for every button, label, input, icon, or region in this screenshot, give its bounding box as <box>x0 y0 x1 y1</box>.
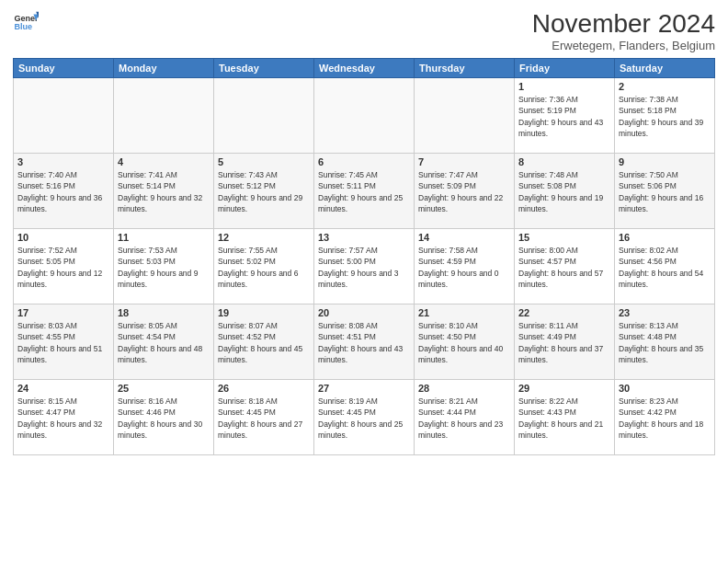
calendar-cell-w3-d5: 15Sunrise: 8:00 AM Sunset: 4:57 PM Dayli… <box>515 229 615 304</box>
calendar-cell-w5-d1: 25Sunrise: 8:16 AM Sunset: 4:46 PM Dayli… <box>114 380 214 455</box>
day-info: Sunrise: 7:58 AM Sunset: 4:59 PM Dayligh… <box>418 245 510 290</box>
calendar-cell-w1-d0 <box>14 78 114 154</box>
calendar-cell-w2-d5: 8Sunrise: 7:48 AM Sunset: 5:08 PM Daylig… <box>515 154 615 229</box>
day-number: 29 <box>518 383 610 394</box>
calendar-cell-w1-d5: 1Sunrise: 7:36 AM Sunset: 5:19 PM Daylig… <box>515 78 615 154</box>
day-info: Sunrise: 8:16 AM Sunset: 4:46 PM Dayligh… <box>118 396 210 441</box>
title-section: November 2024 Erwetegem, Flanders, Belgi… <box>532 9 715 52</box>
header-thursday: Thursday <box>415 59 515 78</box>
day-info: Sunrise: 7:47 AM Sunset: 5:09 PM Dayligh… <box>418 169 510 214</box>
day-number: 7 <box>418 156 510 167</box>
day-info: Sunrise: 7:48 AM Sunset: 5:08 PM Dayligh… <box>518 169 610 214</box>
day-info: Sunrise: 7:53 AM Sunset: 5:03 PM Dayligh… <box>118 245 210 290</box>
day-info: Sunrise: 7:41 AM Sunset: 5:14 PM Dayligh… <box>118 169 210 214</box>
calendar-cell-w4-d0: 17Sunrise: 8:03 AM Sunset: 4:55 PM Dayli… <box>14 304 114 380</box>
day-info: Sunrise: 7:52 AM Sunset: 5:05 PM Dayligh… <box>17 245 109 290</box>
calendar-cell-w4-d1: 18Sunrise: 8:05 AM Sunset: 4:54 PM Dayli… <box>114 304 214 380</box>
day-info: Sunrise: 8:10 AM Sunset: 4:50 PM Dayligh… <box>418 320 510 365</box>
day-info: Sunrise: 7:40 AM Sunset: 5:16 PM Dayligh… <box>17 169 109 214</box>
calendar-cell-w2-d3: 6Sunrise: 7:45 AM Sunset: 5:11 PM Daylig… <box>314 154 415 229</box>
day-number: 1 <box>518 81 610 92</box>
day-number: 19 <box>218 307 310 318</box>
day-number: 26 <box>218 383 310 394</box>
day-info: Sunrise: 8:00 AM Sunset: 4:57 PM Dayligh… <box>518 245 610 290</box>
calendar-table: Sunday Monday Tuesday Wednesday Thursday… <box>13 58 715 455</box>
calendar-cell-w2-d1: 4Sunrise: 7:41 AM Sunset: 5:14 PM Daylig… <box>114 154 214 229</box>
day-info: Sunrise: 8:21 AM Sunset: 4:44 PM Dayligh… <box>418 396 510 441</box>
calendar-cell-w3-d1: 11Sunrise: 7:53 AM Sunset: 5:03 PM Dayli… <box>114 229 214 304</box>
page-container: General Blue November 2024 Erwetegem, Fl… <box>0 0 728 563</box>
calendar-cell-w3-d6: 16Sunrise: 8:02 AM Sunset: 4:56 PM Dayli… <box>615 229 715 304</box>
calendar-cell-w1-d2 <box>214 78 314 154</box>
calendar-cell-w3-d2: 12Sunrise: 7:55 AM Sunset: 5:02 PM Dayli… <box>214 229 314 304</box>
day-number: 13 <box>318 232 410 243</box>
calendar-cell-w2-d2: 5Sunrise: 7:43 AM Sunset: 5:12 PM Daylig… <box>214 154 314 229</box>
day-info: Sunrise: 7:57 AM Sunset: 5:00 PM Dayligh… <box>318 245 410 290</box>
calendar-cell-w2-d4: 7Sunrise: 7:47 AM Sunset: 5:09 PM Daylig… <box>415 154 515 229</box>
day-number: 30 <box>619 383 711 394</box>
calendar-header-row: Sunday Monday Tuesday Wednesday Thursday… <box>14 59 715 78</box>
day-number: 11 <box>118 232 210 243</box>
day-number: 23 <box>619 307 711 318</box>
calendar-cell-w1-d4 <box>415 78 515 154</box>
day-info: Sunrise: 7:36 AM Sunset: 5:19 PM Dayligh… <box>518 94 610 139</box>
header-friday: Friday <box>515 59 615 78</box>
day-number: 18 <box>118 307 210 318</box>
header-sunday: Sunday <box>14 59 114 78</box>
day-info: Sunrise: 8:19 AM Sunset: 4:45 PM Dayligh… <box>318 396 410 441</box>
calendar-cell-w3-d3: 13Sunrise: 7:57 AM Sunset: 5:00 PM Dayli… <box>314 229 415 304</box>
calendar-cell-w1-d3 <box>314 78 415 154</box>
calendar-week-1: 1Sunrise: 7:36 AM Sunset: 5:19 PM Daylig… <box>14 78 715 154</box>
day-number: 2 <box>619 81 711 92</box>
calendar-cell-w2-d6: 9Sunrise: 7:50 AM Sunset: 5:06 PM Daylig… <box>615 154 715 229</box>
day-number: 24 <box>17 383 109 394</box>
day-number: 4 <box>118 156 210 167</box>
calendar-cell-w1-d1 <box>114 78 214 154</box>
calendar-cell-w5-d2: 26Sunrise: 8:18 AM Sunset: 4:45 PM Dayli… <box>214 380 314 455</box>
calendar-week-5: 24Sunrise: 8:15 AM Sunset: 4:47 PM Dayli… <box>14 380 715 455</box>
logo: General Blue <box>13 9 39 35</box>
calendar-cell-w4-d5: 22Sunrise: 8:11 AM Sunset: 4:49 PM Dayli… <box>515 304 615 380</box>
calendar-week-3: 10Sunrise: 7:52 AM Sunset: 5:05 PM Dayli… <box>14 229 715 304</box>
calendar-cell-w3-d0: 10Sunrise: 7:52 AM Sunset: 5:05 PM Dayli… <box>14 229 114 304</box>
day-number: 6 <box>318 156 410 167</box>
day-info: Sunrise: 8:03 AM Sunset: 4:55 PM Dayligh… <box>17 320 109 365</box>
calendar-cell-w5-d3: 27Sunrise: 8:19 AM Sunset: 4:45 PM Dayli… <box>314 380 415 455</box>
day-number: 10 <box>17 232 109 243</box>
header-tuesday: Tuesday <box>214 59 314 78</box>
calendar-cell-w5-d4: 28Sunrise: 8:21 AM Sunset: 4:44 PM Dayli… <box>415 380 515 455</box>
day-number: 14 <box>418 232 510 243</box>
calendar-week-2: 3Sunrise: 7:40 AM Sunset: 5:16 PM Daylig… <box>14 154 715 229</box>
day-info: Sunrise: 7:50 AM Sunset: 5:06 PM Dayligh… <box>619 169 711 214</box>
day-info: Sunrise: 8:18 AM Sunset: 4:45 PM Dayligh… <box>218 396 310 441</box>
calendar-cell-w5-d0: 24Sunrise: 8:15 AM Sunset: 4:47 PM Dayli… <box>14 380 114 455</box>
day-info: Sunrise: 8:23 AM Sunset: 4:42 PM Dayligh… <box>619 396 711 441</box>
day-number: 9 <box>619 156 711 167</box>
subtitle: Erwetegem, Flanders, Belgium <box>532 39 715 52</box>
svg-text:Blue: Blue <box>14 22 32 31</box>
day-number: 12 <box>218 232 310 243</box>
day-info: Sunrise: 8:07 AM Sunset: 4:52 PM Dayligh… <box>218 320 310 365</box>
day-info: Sunrise: 8:15 AM Sunset: 4:47 PM Dayligh… <box>17 396 109 441</box>
calendar-cell-w5-d6: 30Sunrise: 8:23 AM Sunset: 4:42 PM Dayli… <box>615 380 715 455</box>
day-info: Sunrise: 8:22 AM Sunset: 4:43 PM Dayligh… <box>518 396 610 441</box>
calendar-cell-w2-d0: 3Sunrise: 7:40 AM Sunset: 5:16 PM Daylig… <box>14 154 114 229</box>
day-number: 16 <box>619 232 711 243</box>
day-info: Sunrise: 7:43 AM Sunset: 5:12 PM Dayligh… <box>218 169 310 214</box>
calendar-cell-w5-d5: 29Sunrise: 8:22 AM Sunset: 4:43 PM Dayli… <box>515 380 615 455</box>
day-info: Sunrise: 8:11 AM Sunset: 4:49 PM Dayligh… <box>518 320 610 365</box>
calendar-cell-w1-d6: 2Sunrise: 7:38 AM Sunset: 5:18 PM Daylig… <box>615 78 715 154</box>
month-title: November 2024 <box>532 9 715 39</box>
day-number: 22 <box>518 307 610 318</box>
calendar-cell-w4-d2: 19Sunrise: 8:07 AM Sunset: 4:52 PM Dayli… <box>214 304 314 380</box>
day-number: 5 <box>218 156 310 167</box>
day-info: Sunrise: 8:13 AM Sunset: 4:48 PM Dayligh… <box>619 320 711 365</box>
day-number: 25 <box>118 383 210 394</box>
day-number: 17 <box>17 307 109 318</box>
day-number: 15 <box>518 232 610 243</box>
day-number: 28 <box>418 383 510 394</box>
calendar-week-4: 17Sunrise: 8:03 AM Sunset: 4:55 PM Dayli… <box>14 304 715 380</box>
header-saturday: Saturday <box>615 59 715 78</box>
logo-icon: General Blue <box>13 9 39 35</box>
header: General Blue November 2024 Erwetegem, Fl… <box>13 9 715 52</box>
